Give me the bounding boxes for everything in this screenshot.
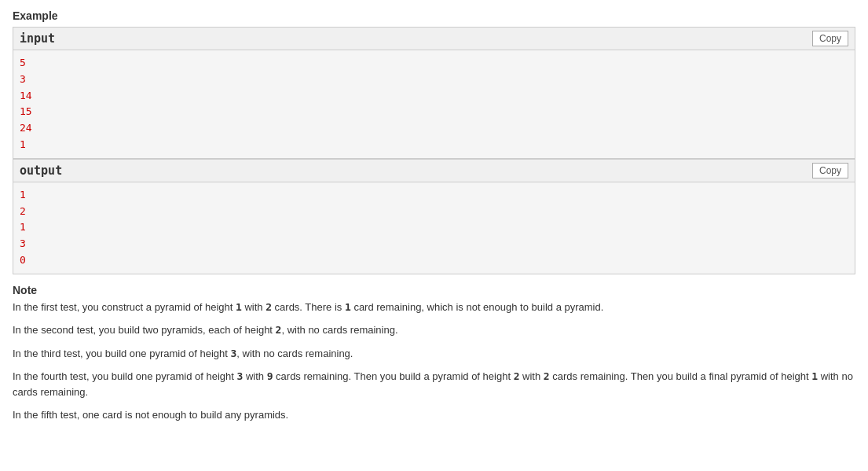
input-line: 5	[20, 55, 848, 72]
output-header: output Copy	[13, 160, 855, 182]
output-line: 1	[20, 219, 848, 236]
note-paragraph: In the fourth test, you build one pyrami…	[13, 369, 855, 399]
note-paragraph: In the third test, you build one pyramid…	[13, 346, 855, 362]
example-section: Example input Copy 531415241 output Copy…	[13, 9, 855, 274]
note-paragraph: In the fifth test, one card is not enoug…	[13, 407, 855, 423]
example-title: Example	[13, 9, 855, 22]
input-line: 24	[20, 120, 848, 137]
input-line: 14	[20, 88, 848, 105]
input-line: 3	[20, 72, 848, 88]
note-title: Note	[13, 284, 855, 296]
output-line: 0	[20, 252, 848, 269]
output-label: output	[20, 164, 62, 178]
input-label: input	[20, 31, 55, 46]
note-section: Note In the first test, you construct a …	[13, 284, 855, 423]
input-line: 15	[20, 104, 848, 120]
output-line: 2	[20, 204, 848, 220]
note-paragraph: In the first test, you construct a pyram…	[13, 300, 855, 315]
output-block: output Copy 12130	[13, 159, 855, 274]
output-content: 12130	[13, 182, 855, 274]
input-content: 531415241	[13, 50, 855, 158]
input-copy-button[interactable]: Copy	[812, 31, 848, 46]
input-block: input Copy 531415241	[13, 27, 855, 159]
output-copy-button[interactable]: Copy	[812, 163, 848, 178]
output-line: 3	[20, 236, 848, 252]
note-paragraph: In the second test, you build two pyrami…	[13, 322, 855, 338]
input-header: input Copy	[13, 28, 855, 50]
input-line: 1	[20, 137, 848, 153]
output-line: 1	[20, 187, 848, 204]
